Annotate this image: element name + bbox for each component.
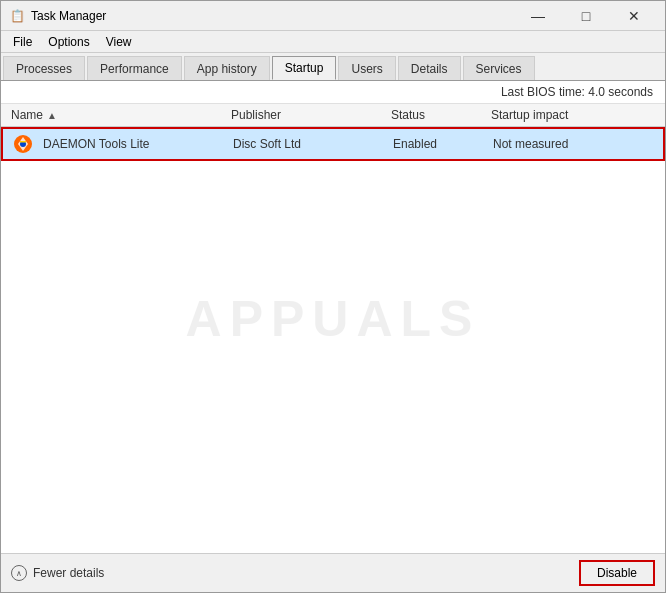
tab-processes[interactable]: Processes	[3, 56, 85, 80]
table-header: Name ▲ Publisher Status Startup impact	[1, 104, 665, 127]
column-header-impact[interactable]: Startup impact	[491, 108, 655, 122]
daemon-tools-icon	[13, 134, 33, 154]
title-bar: 📋 Task Manager — □ ✕	[1, 1, 665, 31]
watermark: APPUALS	[186, 290, 481, 348]
tab-app-history[interactable]: App history	[184, 56, 270, 80]
column-header-name[interactable]: Name ▲	[11, 108, 231, 122]
chevron-up-icon: ∧	[11, 565, 27, 581]
content-area: Last BIOS time: 4.0 seconds Name ▲ Publi…	[1, 81, 665, 553]
task-manager-window: 📋 Task Manager — □ ✕ File Options View P…	[0, 0, 666, 593]
row-publisher-cell: Disc Soft Ltd	[233, 137, 393, 151]
menu-item-view[interactable]: View	[98, 33, 140, 51]
disable-button[interactable]: Disable	[579, 560, 655, 586]
sort-arrow-icon: ▲	[47, 110, 57, 121]
window-icon: 📋	[9, 8, 25, 24]
bios-time-bar: Last BIOS time: 4.0 seconds	[1, 81, 665, 104]
close-button[interactable]: ✕	[611, 1, 657, 31]
maximize-button[interactable]: □	[563, 1, 609, 31]
row-name-cell: DAEMON Tools Lite	[13, 134, 233, 154]
tab-services[interactable]: Services	[463, 56, 535, 80]
table-body: APPUALS DAEMON Tools Lite Disc Sof	[1, 127, 665, 553]
minimize-button[interactable]: —	[515, 1, 561, 31]
tab-users[interactable]: Users	[338, 56, 395, 80]
bios-time-label: Last BIOS time:	[501, 85, 585, 99]
table-row[interactable]: DAEMON Tools Lite Disc Soft Ltd Enabled …	[1, 127, 665, 161]
window-title: Task Manager	[31, 9, 515, 23]
row-impact-cell: Not measured	[493, 137, 653, 151]
menu-bar: File Options View	[1, 31, 665, 53]
tab-startup[interactable]: Startup	[272, 56, 337, 80]
column-header-publisher[interactable]: Publisher	[231, 108, 391, 122]
daemon-tools-name: DAEMON Tools Lite	[43, 137, 149, 151]
tab-details[interactable]: Details	[398, 56, 461, 80]
fewer-details-label: Fewer details	[33, 566, 104, 580]
menu-item-options[interactable]: Options	[40, 33, 97, 51]
fewer-details-button[interactable]: ∧ Fewer details	[11, 565, 104, 581]
column-header-status[interactable]: Status	[391, 108, 491, 122]
row-status-cell: Enabled	[393, 137, 493, 151]
footer-bar: ∧ Fewer details Disable	[1, 553, 665, 592]
menu-item-file[interactable]: File	[5, 33, 40, 51]
window-controls: — □ ✕	[515, 1, 657, 31]
bios-time-value: 4.0 seconds	[588, 85, 653, 99]
tabs-bar: Processes Performance App history Startu…	[1, 53, 665, 81]
tab-performance[interactable]: Performance	[87, 56, 182, 80]
